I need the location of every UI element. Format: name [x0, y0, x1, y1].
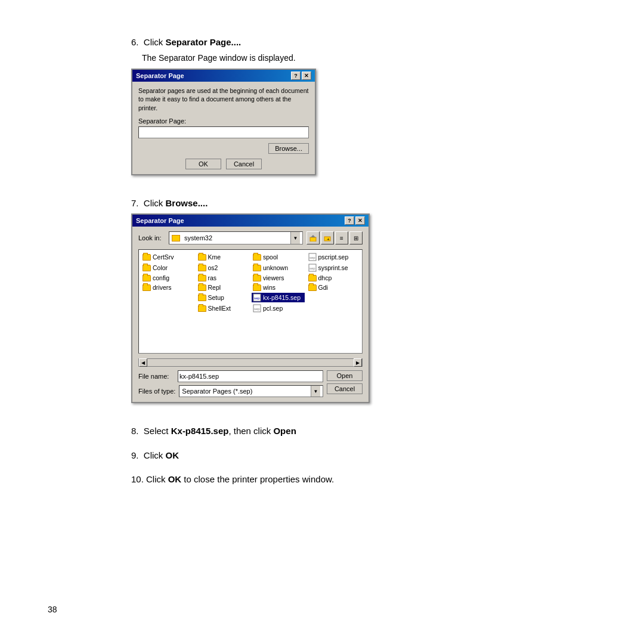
- item-name: ras: [208, 274, 217, 281]
- step-10: 10. Click OK to close the printer proper…: [131, 473, 596, 487]
- filename-input[interactable]: [178, 370, 323, 382]
- combo-folder-icon: [172, 235, 180, 242]
- list-item[interactable]: spool: [252, 252, 305, 262]
- cancel-button-small[interactable]: Cancel: [226, 159, 262, 169]
- filetype-label: Files of type:: [138, 388, 175, 395]
- folder-icon: [198, 254, 206, 261]
- step-6-number: 6. Click: [131, 37, 166, 47]
- svg-text:sep: sep: [254, 296, 260, 300]
- list-view-button[interactable]: ≡: [335, 231, 348, 244]
- item-name: ShellExt: [208, 305, 231, 312]
- svg-text:+: +: [327, 237, 330, 242]
- list-item[interactable]: Setup: [197, 293, 250, 302]
- details-view-button[interactable]: ⊞: [349, 231, 363, 244]
- combo-dropdown-arrow[interactable]: ▼: [290, 232, 300, 244]
- list-item[interactable]: Color: [141, 263, 194, 273]
- item-name: unknown: [263, 264, 288, 271]
- dialog-titlebar-small: Separator Page ? ✕: [132, 70, 315, 82]
- step-8-bold1: Kx-p8415.sep: [171, 426, 229, 436]
- step-8-middle: , then click: [228, 426, 273, 436]
- step-7: 7. Click Browse.... Separator Page ? ✕ L…: [131, 197, 596, 414]
- step-9-number: 9. Click: [131, 450, 166, 460]
- svg-text:sep: sep: [309, 256, 315, 259]
- list-item[interactable]: Kme: [197, 252, 250, 262]
- filetype-combo[interactable]: Separator Pages (*.sep) ▼: [179, 385, 323, 397]
- up-folder-button[interactable]: [306, 231, 320, 244]
- item-name: kx-p8415.sep: [263, 294, 301, 301]
- scroll-left-arrow[interactable]: ◀: [139, 358, 147, 367]
- help-button-browse[interactable]: ?: [345, 216, 354, 225]
- list-item[interactable]: sep pscript.sep: [307, 252, 360, 262]
- new-folder-button[interactable]: +: [321, 231, 334, 244]
- list-item[interactable]: config: [141, 274, 194, 282]
- help-button-small[interactable]: ?: [291, 72, 301, 80]
- step-10-bold: OK: [168, 474, 182, 484]
- step-8-number: 8. Select: [131, 426, 171, 436]
- look-in-label: Look in:: [138, 234, 165, 242]
- titlebar-buttons-browse: ? ✕: [345, 216, 365, 225]
- list-item[interactable]: drivers: [141, 283, 194, 292]
- toolbar-icons: + ≡ ⊞: [306, 231, 363, 244]
- folder-icon: [198, 275, 206, 281]
- list-item[interactable]: CertSrv: [141, 252, 194, 262]
- filetype-dropdown-arrow[interactable]: ▼: [311, 386, 320, 397]
- folder-icon: [253, 275, 261, 281]
- close-button-small[interactable]: ✕: [302, 72, 311, 80]
- sep-file-icon: sep: [253, 293, 261, 302]
- separator-description: Separator pages are used at the beginnin…: [138, 86, 309, 113]
- list-item[interactable]: Gdi: [307, 283, 360, 292]
- list-item[interactable]: sep sysprint.se: [307, 263, 360, 273]
- list-item-selected[interactable]: sep kx-p8415.sep: [252, 293, 305, 302]
- open-button[interactable]: Open: [327, 370, 363, 381]
- bottom-left: File name: Files of type: Separator Page…: [138, 370, 323, 397]
- browse-button-small[interactable]: Browse...: [268, 143, 309, 154]
- folder-icon: [198, 295, 206, 301]
- sep-file-icon: sep: [253, 304, 261, 312]
- folder-icon: [253, 284, 261, 291]
- list-item[interactable]: unknown: [252, 263, 305, 273]
- item-name: Color: [153, 264, 168, 271]
- list-item[interactable]: ras: [197, 274, 250, 282]
- item-name: sysprint.se: [318, 264, 348, 271]
- dialog-right-buttons: Open Cancel: [327, 370, 363, 397]
- item-name: viewers: [263, 274, 284, 281]
- list-item[interactable]: viewers: [252, 274, 305, 282]
- svg-text:sep: sep: [309, 267, 315, 270]
- item-name: dhcp: [318, 274, 332, 281]
- step-6-subtext: The Separator Page window is displayed.: [142, 53, 596, 63]
- list-item[interactable]: sep pcl.sep: [252, 304, 305, 313]
- ok-button-small[interactable]: OK: [185, 159, 221, 169]
- folder-icon: [143, 275, 151, 281]
- item-name: Kme: [208, 253, 221, 261]
- cancel-button-browse[interactable]: Cancel: [327, 383, 363, 394]
- scroll-right-arrow[interactable]: ▶: [354, 358, 362, 367]
- item-name: config: [153, 274, 169, 281]
- separator-page-dialog-browse: Separator Page ? ✕ Look in: system32 ▼: [131, 213, 370, 403]
- svg-marker-1: [311, 235, 315, 237]
- separator-input-row: [138, 126, 309, 138]
- folder-icon: [143, 284, 151, 291]
- folder-icon: [308, 284, 317, 291]
- step-7-number: 7. Click: [131, 198, 166, 208]
- dialog-body-browse: Look in: system32 ▼ + ≡ ⊞: [132, 227, 369, 402]
- dialog-title-small: Separator Page: [136, 72, 184, 79]
- list-item[interactable]: ShellExt: [197, 304, 250, 313]
- list-item[interactable]: Repl: [197, 283, 250, 292]
- separator-page-input[interactable]: [138, 126, 309, 138]
- list-item[interactable]: dhcp: [307, 274, 360, 282]
- item-name: wins: [263, 284, 275, 291]
- look-in-combo[interactable]: system32 ▼: [169, 231, 303, 244]
- filetype-value: Separator Pages (*.sep): [182, 388, 252, 395]
- dialog-body-small: Separator pages are used at the beginnin…: [132, 82, 315, 174]
- item-name: CertSrv: [153, 253, 174, 261]
- step-6-bold: Separator Page....: [166, 37, 242, 47]
- item-name: spool: [263, 253, 278, 261]
- folder-icon: [198, 265, 206, 271]
- list-item[interactable]: os2: [197, 263, 250, 273]
- horizontal-scrollbar[interactable]: ◀ ▶: [138, 358, 363, 367]
- step-10-text: 10. Click OK to close the printer proper…: [131, 473, 596, 487]
- list-item[interactable]: wins: [252, 283, 305, 292]
- step-8-text: 8. Select Kx-p8415.sep, then click Open: [131, 425, 596, 438]
- step-9-text: 9. Click OK: [131, 449, 596, 463]
- close-button-browse[interactable]: ✕: [355, 216, 365, 225]
